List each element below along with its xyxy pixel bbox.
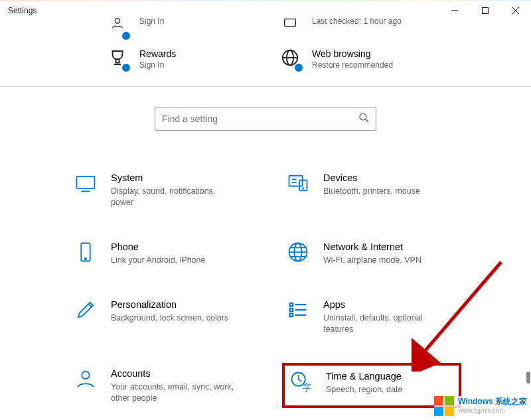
status-web-browsing[interactable]: Web browsing Restore recommended — [279, 48, 425, 70]
svg-point-32 — [82, 372, 89, 379]
category-title: Time & Language — [326, 370, 402, 383]
category-subtitle: Bluetooth, printers, mouse — [323, 186, 420, 197]
search-icon — [358, 112, 369, 125]
status-account-subtitle: Sign In — [139, 16, 164, 27]
category-title: Apps — [323, 298, 449, 311]
status-rewards-subtitle: Sign In — [139, 60, 176, 70]
svg-text:字: 字 — [302, 383, 311, 393]
window-title: Settings — [8, 6, 37, 15]
svg-rect-1 — [483, 8, 489, 14]
accounts-icon — [74, 367, 98, 391]
svg-rect-27 — [290, 309, 293, 312]
category-title: System — [111, 171, 237, 184]
category-subtitle: Your accounts, email, sync, work, other … — [111, 382, 237, 404]
apps-icon — [286, 298, 310, 322]
system-icon — [74, 171, 98, 195]
settings-categories: System Display, sound, notifications, po… — [0, 167, 531, 408]
category-network[interactable]: Network & Internet Wi-Fi, airplane mode,… — [282, 236, 461, 270]
svg-rect-26 — [290, 303, 293, 307]
status-badge-icon — [122, 32, 130, 40]
svg-point-4 — [115, 19, 119, 23]
minimize-button[interactable] — [439, 0, 470, 21]
globe-icon — [279, 48, 301, 70]
category-subtitle: Display, sound, notifications, power — [111, 186, 237, 208]
close-button[interactable] — [500, 0, 531, 21]
status-web-title: Web browsing — [312, 48, 393, 60]
category-phone[interactable]: Phone Link your Android, iPhone — [70, 236, 249, 270]
status-rewards[interactable]: Rewards Sign In — [106, 48, 252, 70]
windows-logo-icon — [434, 396, 454, 416]
status-badge-icon — [295, 64, 303, 72]
svg-line-25 — [89, 304, 92, 307]
category-subtitle: Background, lock screen, colors — [111, 313, 228, 324]
category-title: Phone — [111, 240, 205, 253]
personalization-icon — [74, 298, 98, 322]
time-language-icon: 字 — [289, 370, 313, 393]
category-apps[interactable]: Apps Uninstall, defaults, optional featu… — [282, 294, 461, 339]
status-update-subtitle: Last checked: 1 hour ago — [312, 16, 402, 27]
devices-icon — [286, 171, 310, 195]
svg-line-10 — [366, 119, 368, 122]
svg-rect-28 — [290, 314, 293, 317]
maximize-button[interactable] — [470, 0, 500, 21]
category-title: Network & Internet — [323, 240, 421, 253]
status-badge-icon — [122, 64, 130, 72]
account-status-icon — [106, 16, 129, 38]
category-title: Devices — [323, 171, 420, 184]
divider — [0, 86, 531, 87]
status-update[interactable]: Last checked: 1 hour ago — [279, 16, 425, 38]
svg-rect-13 — [289, 176, 303, 186]
search-box[interactable] — [155, 107, 376, 131]
category-subtitle: Link your Android, iPhone — [111, 255, 205, 266]
category-system[interactable]: System Display, sound, notifications, po… — [70, 167, 249, 212]
status-rewards-title: Rewards — [139, 48, 176, 60]
status-web-subtitle: Restore recommended — [312, 60, 393, 70]
update-status-icon — [279, 16, 301, 38]
rewards-icon — [106, 48, 129, 70]
category-title: Personalization — [111, 298, 228, 311]
svg-rect-5 — [285, 19, 296, 27]
status-account[interactable]: Sign In — [106, 16, 252, 38]
watermark: Windows 系统之家 www.bjjmlv.com — [434, 396, 527, 416]
scrollbar-thumb[interactable] — [526, 372, 530, 384]
category-title: Accounts — [111, 367, 237, 380]
category-devices[interactable]: Devices Bluetooth, printers, mouse — [282, 167, 461, 212]
window-controls — [439, 0, 531, 21]
category-accounts[interactable]: Accounts Your accounts, email, sync, wor… — [70, 363, 249, 408]
watermark-title: Windows 系统之家 — [458, 397, 527, 406]
svg-rect-11 — [77, 176, 95, 188]
category-subtitle: Wi-Fi, airplane mode, VPN — [323, 255, 421, 266]
svg-point-15 — [303, 188, 303, 188]
watermark-url: www.bjjmlv.com — [458, 406, 527, 415]
search-input[interactable] — [162, 113, 358, 124]
category-personalization[interactable]: Personalization Background, lock screen,… — [70, 294, 249, 339]
category-subtitle: Speech, region, date — [326, 384, 402, 395]
phone-icon — [74, 240, 98, 264]
svg-point-19 — [85, 258, 86, 259]
network-icon — [286, 240, 310, 264]
svg-point-9 — [360, 113, 366, 120]
category-subtitle: Uninstall, defaults, optional features — [323, 313, 449, 335]
